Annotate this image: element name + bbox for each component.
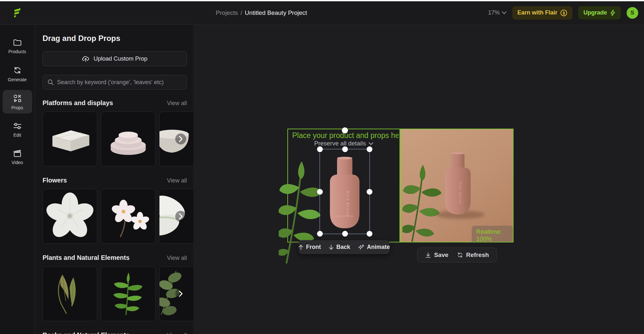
sidebar-item-generate[interactable]: Generate bbox=[3, 62, 32, 85]
breadcrumb-projects[interactable]: Projects bbox=[216, 9, 238, 16]
lightning-icon bbox=[610, 10, 616, 16]
view-all-plants[interactable]: View all bbox=[167, 255, 187, 261]
sidebar-item-edit[interactable]: Edit bbox=[3, 118, 32, 141]
hibiscus-image bbox=[43, 189, 97, 243]
view-all-rocks[interactable]: View all bbox=[167, 332, 187, 334]
prop-card-marble-slab[interactable] bbox=[43, 112, 97, 166]
resize-handle-sw[interactable] bbox=[317, 231, 323, 237]
view-all-platforms[interactable]: View all bbox=[167, 100, 187, 107]
view-all-flowers[interactable]: View all bbox=[167, 177, 187, 184]
result-leaf bbox=[402, 162, 443, 242]
earn-with-flair-button[interactable]: Earn with Flair $ bbox=[512, 6, 572, 20]
section-flowers-header: Flowers View all bbox=[43, 177, 187, 184]
sidebar-label-props: Props bbox=[11, 105, 23, 110]
arrow-down-icon bbox=[329, 244, 334, 250]
search-input[interactable] bbox=[57, 79, 182, 86]
section-platforms-header: Platforms and displays View all bbox=[43, 99, 187, 107]
sidebar-item-video[interactable]: Video bbox=[3, 145, 32, 168]
breadcrumb-separator: / bbox=[241, 9, 242, 16]
earn-with-flair-label: Earn with Flair bbox=[517, 9, 557, 16]
prop-card-pink-pedestal[interactable] bbox=[101, 112, 156, 166]
top-bar: Projects / Untitled Beauty Project 17% E… bbox=[0, 1, 644, 25]
plants-next-button[interactable] bbox=[175, 288, 186, 299]
resize-handle-w[interactable] bbox=[317, 189, 323, 195]
upload-custom-prop-label: Upload Custom Prop bbox=[93, 55, 147, 62]
prop-card-cherry-blossom[interactable] bbox=[101, 189, 156, 244]
preserve-details-label: Preserve all details bbox=[314, 140, 366, 147]
flowers-next-button[interactable] bbox=[175, 211, 186, 222]
preserve-details-dropdown[interactable]: Preserve all details bbox=[288, 140, 399, 147]
arrow-up-icon bbox=[298, 244, 303, 250]
save-button[interactable]: Save bbox=[425, 251, 448, 259]
sliders-icon bbox=[13, 122, 22, 130]
resize-handle-se[interactable] bbox=[367, 231, 372, 237]
realtime-badge: Realtime: 100% bbox=[472, 226, 513, 242]
sidebar-item-products[interactable]: Products bbox=[3, 34, 32, 57]
prop-card-hibiscus[interactable] bbox=[43, 189, 97, 244]
send-back-label: Back bbox=[336, 244, 350, 251]
upgrade-button[interactable]: Upgrade bbox=[578, 6, 621, 19]
prop-card-olive-leaves[interactable] bbox=[43, 266, 97, 321]
user-avatar[interactable]: S bbox=[627, 7, 638, 19]
refresh-label: Refresh bbox=[466, 251, 489, 259]
left-icon-rail: Products Generate Props Edit Video bbox=[0, 25, 35, 334]
sidebar-label-products: Products bbox=[8, 49, 26, 54]
green-branch-image bbox=[101, 267, 155, 321]
bring-front-button[interactable]: Front bbox=[298, 244, 321, 251]
resize-handle-n[interactable] bbox=[342, 146, 348, 152]
flowers-row bbox=[43, 189, 193, 244]
section-title-plants: Plants and Natural Elements bbox=[43, 254, 130, 261]
section-title-flowers: Flowers bbox=[43, 177, 67, 184]
section-title-platforms: Platforms and displays bbox=[43, 99, 113, 107]
plants-row bbox=[43, 266, 193, 321]
resize-handle-e[interactable] bbox=[367, 189, 372, 195]
generate-cycle-icon bbox=[13, 66, 22, 75]
upload-custom-prop-button[interactable]: Upload Custom Prop bbox=[43, 51, 187, 66]
prop-card-green-branch[interactable] bbox=[101, 266, 156, 321]
sidebar-label-edit: Edit bbox=[13, 133, 21, 138]
prop-search[interactable] bbox=[43, 75, 187, 90]
generated-result-image[interactable]: Rare Beauty Realtime: 100% bbox=[400, 129, 514, 242]
download-icon bbox=[425, 252, 431, 258]
platforms-row bbox=[43, 112, 193, 166]
sidebar-item-props[interactable]: Props bbox=[3, 90, 32, 113]
bring-front-label: Front bbox=[306, 244, 321, 251]
result-bottle-image: Rare Beauty bbox=[442, 150, 473, 218]
panel-title: Drag and Drop Props bbox=[43, 34, 193, 43]
upgrade-label: Upgrade bbox=[583, 9, 607, 16]
result-bottle-brand-text: Rare Beauty bbox=[459, 182, 462, 205]
resize-handle-nw[interactable] bbox=[317, 146, 323, 152]
animate-label: Animate bbox=[367, 244, 390, 251]
window-top-edge bbox=[0, 0, 644, 1]
layer-toolbar: Front Back Animate bbox=[299, 240, 389, 254]
project-title[interactable]: Untitled Beauty Project bbox=[245, 9, 307, 16]
platforms-next-button[interactable] bbox=[175, 133, 186, 144]
clapperboard-icon bbox=[13, 149, 22, 158]
editor-canvas[interactable]: Place your product and props here Preser… bbox=[193, 25, 644, 334]
rotate-handle[interactable] bbox=[342, 127, 348, 133]
search-icon bbox=[47, 79, 54, 85]
resize-handle-ne[interactable] bbox=[367, 146, 372, 152]
result-toolbar: Save Refresh bbox=[417, 248, 497, 262]
sidebar-label-generate: Generate bbox=[8, 77, 26, 82]
section-title-rocks: Rocks and Natural Elements bbox=[43, 331, 130, 334]
chevron-right-icon bbox=[178, 290, 183, 297]
cloud-upload-icon bbox=[82, 55, 90, 62]
svg-text:$: $ bbox=[563, 11, 565, 15]
refresh-button[interactable]: Refresh bbox=[457, 251, 489, 259]
chevron-right-icon bbox=[178, 136, 183, 142]
marble-slab-image bbox=[43, 112, 97, 166]
avatar-initial: S bbox=[630, 10, 634, 16]
animate-button[interactable]: Animate bbox=[358, 244, 390, 251]
send-back-button[interactable]: Back bbox=[329, 244, 350, 251]
chevron-down-icon bbox=[502, 11, 506, 14]
props-panel: Drag and Drop Props Upload Custom Prop P… bbox=[35, 25, 193, 334]
sidebar-label-video: Video bbox=[12, 160, 23, 165]
selection-box[interactable] bbox=[320, 149, 370, 234]
resize-handle-s[interactable] bbox=[342, 231, 348, 237]
chevron-right-icon bbox=[178, 213, 183, 220]
flair-logo[interactable] bbox=[0, 7, 35, 18]
zoom-level-dropdown[interactable]: 17% bbox=[488, 9, 506, 16]
flair-logo-icon bbox=[13, 7, 22, 18]
chevron-down-icon bbox=[369, 142, 373, 145]
